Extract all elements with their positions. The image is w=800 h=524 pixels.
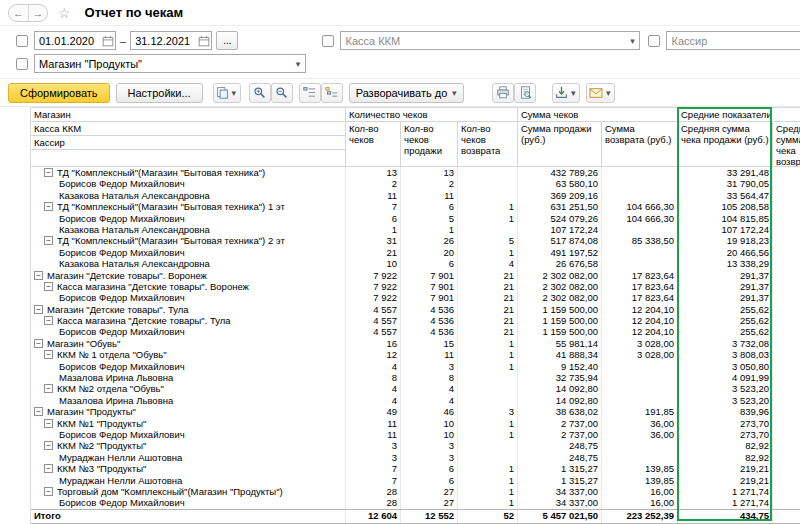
table-row[interactable]: Казакова Наталья Александровна1111369 20… — [31, 190, 800, 201]
table-row[interactable]: Борисов Федор Михайлович7 9227 901212 30… — [31, 292, 800, 303]
table-row[interactable]: −ТД "Комплексный"(Магазин "Бытовая техни… — [31, 201, 800, 212]
cell-value: 2 302 082,00 — [518, 292, 602, 303]
collapse-group-button[interactable]: − — [44, 384, 53, 393]
collapse-group-button[interactable]: − — [34, 271, 43, 280]
period-from-input[interactable]: 01.01.2020 — [34, 31, 116, 50]
cell-value: 26 676,58 — [518, 258, 602, 269]
period-checkbox[interactable] — [16, 35, 28, 47]
collapse-group-button[interactable]: − — [44, 441, 53, 450]
collapse-group-button[interactable]: − — [34, 305, 43, 314]
col-avg-sale[interactable]: Средняя сумма чека продажи (руб.) — [678, 122, 773, 167]
table-row[interactable]: Борисов Федор Михайлович2263 580,1031 79… — [31, 178, 800, 189]
collapse-group-button[interactable]: − — [44, 316, 53, 325]
group-sums[interactable]: Сумма чеков — [518, 108, 678, 122]
table-row[interactable]: Мазалова Ирина Львовна4414 092,803 523,2… — [31, 395, 800, 406]
calendar-icon[interactable] — [100, 35, 115, 47]
col-count-returns[interactable]: Кол-во чеков возврата — [458, 122, 518, 167]
collapse-group-button[interactable]: − — [34, 339, 43, 348]
table-row[interactable]: −ККМ №3 "Продукты"7611 315,27139,85219,2… — [31, 463, 800, 474]
table-row[interactable]: Борисов Федор Михайлович4319 152,403 050… — [31, 361, 800, 372]
calendar-icon[interactable] — [196, 35, 211, 47]
collapse-group-button[interactable]: − — [44, 202, 53, 211]
cell-value — [773, 395, 800, 406]
email-button[interactable]: ▾ — [586, 83, 615, 103]
row-label-cell: Борисов Федор Михайлович — [31, 213, 346, 224]
chevron-down-icon[interactable]: ▾ — [291, 59, 305, 69]
zoom-in-button[interactable] — [249, 83, 271, 103]
col-count[interactable]: Кол-во чеков — [346, 122, 401, 167]
collapse-groups-button[interactable] — [299, 83, 321, 103]
report-variants-button[interactable]: ▾ — [213, 83, 241, 103]
zoom-out-button[interactable] — [271, 83, 293, 103]
generate-button[interactable]: Сформировать — [8, 83, 110, 103]
table-row[interactable]: −Магазин "Продукты"4946338 638,02191,858… — [31, 406, 800, 417]
group-averages[interactable]: Средние показатели — [678, 108, 800, 122]
table-row[interactable]: −Торговый дом "Комплексный"(Магазин "Про… — [31, 486, 800, 497]
kassa-select[interactable]: Касса ККМ ▾ — [340, 31, 640, 50]
table-row[interactable]: −Касса магазина "Детские товары". Вороне… — [31, 281, 800, 292]
export-button[interactable]: ▾ — [552, 83, 580, 103]
group-quantity[interactable]: Количество чеков — [346, 108, 518, 122]
table-row[interactable]: −ККМ №2 "Продукты"33248,7582,92 — [31, 440, 800, 451]
table-row[interactable]: Борисов Федор Михайлович2827134 337,0016… — [31, 497, 800, 508]
table-row[interactable]: Казакова Наталья Александровна106426 676… — [31, 258, 800, 269]
collapse-group-button[interactable]: − — [44, 464, 53, 473]
col-avg-return[interactable]: Средняя сумма чека возврата (руб.) — [773, 122, 800, 167]
row-header-kassir[interactable]: Кассир — [31, 136, 346, 150]
magazin-checkbox[interactable] — [16, 58, 28, 70]
table-row[interactable]: −ККМ №2 отдела "Обувь"4414 092,803 523,2… — [31, 383, 800, 394]
table-row[interactable]: Мураджан Нелли Ашотовна7611 315,27139,85… — [31, 475, 800, 486]
cell-value — [602, 258, 678, 269]
print-button[interactable] — [492, 83, 514, 103]
table-row[interactable]: Борисов Федор Михайлович111012 737,0036,… — [31, 429, 800, 440]
table-row[interactable]: Мураджан Нелли Ашотовна33248,7582,92 — [31, 452, 800, 463]
table-row[interactable]: Казакова Наталья Александровна11107 172,… — [31, 224, 800, 235]
row-label: ККМ №3 "Продукты" — [57, 463, 146, 474]
total-row[interactable]: Итого12 60412 552525 457 021,50223 252,3… — [31, 509, 800, 524]
kassa-checkbox[interactable] — [322, 35, 334, 47]
table-row[interactable]: −Магазин "Детские товары". Воронеж7 9227… — [31, 270, 800, 281]
cell-value: 52 — [458, 510, 518, 523]
expand-groups-button[interactable] — [321, 83, 343, 103]
table-row[interactable]: Борисов Федор Михайлович651524 079,26104… — [31, 213, 800, 224]
settings-button[interactable]: Настройки... — [116, 83, 203, 103]
forward-button[interactable]: → — [28, 5, 47, 21]
collapse-group-button[interactable]: − — [44, 168, 53, 177]
cell-value: 6 — [401, 201, 458, 212]
period-more-button[interactable]: ... — [216, 31, 238, 50]
back-button[interactable]: ← — [9, 5, 28, 21]
table-row[interactable]: −ККМ № 1 отдела "Обувь"1211141 888,343 0… — [31, 349, 800, 360]
row-header-magazin[interactable]: Магазин — [31, 108, 346, 122]
col-count-sales[interactable]: Кол-во чеков продажи — [401, 122, 458, 167]
table-row[interactable]: Борисов Федор Михайлович4 5574 536211 15… — [31, 326, 800, 337]
print-preview-button[interactable] — [514, 83, 536, 103]
expand-to-select[interactable]: Разворачивать до ▾ — [349, 83, 465, 103]
table-row[interactable]: −ТД "Комплексный"(Магазин "Бытовая техни… — [31, 235, 800, 246]
table-row[interactable]: Борисов Федор Михайлович21201491 197,522… — [31, 247, 800, 258]
kassir-checkbox[interactable] — [648, 35, 660, 47]
report-table: Магазин Касса ККМ Кассир Количество чеко… — [30, 107, 800, 524]
table-row[interactable]: −ККМ №1 "Продукты"111012 737,0036,00273,… — [31, 418, 800, 429]
magazin-select[interactable]: Магазин "Продукты" ▾ — [34, 54, 306, 73]
table-row[interactable]: −ТД "Комплексный"(Магазин "Бытовая техни… — [31, 167, 800, 178]
collapse-group-button[interactable]: − — [34, 407, 43, 416]
col-sum-returns[interactable]: Сумма возврата (руб.) — [602, 122, 678, 167]
collapse-group-button[interactable]: − — [44, 419, 53, 428]
chevron-down-icon[interactable]: ▾ — [625, 36, 639, 46]
collapse-group-button[interactable]: − — [44, 487, 53, 496]
cell-value: 10 — [401, 418, 458, 429]
collapse-group-button[interactable]: − — [44, 236, 53, 245]
favorite-star-icon[interactable]: ☆ — [58, 5, 71, 21]
table-row[interactable]: −Магазин "Обувь"1615155 981,143 028,003 … — [31, 338, 800, 349]
cell-value: 13 — [401, 167, 458, 178]
kassir-select[interactable]: Кассир ▾ — [666, 31, 800, 50]
table-row[interactable]: Мазалова Ирина Львовна8832 735,944 091,9… — [31, 372, 800, 383]
row-header-kassa[interactable]: Касса ККМ — [31, 122, 346, 136]
table-row[interactable]: −Магазин "Детские товары". Тула4 5574 53… — [31, 304, 800, 315]
col-sum-sales[interactable]: Сумма продажи (руб.) — [518, 122, 602, 167]
table-row[interactable]: −Касса магазина "Детские товары". Тула4 … — [31, 315, 800, 326]
period-to-input[interactable]: 31.12.2021 — [130, 31, 212, 50]
collapse-group-button[interactable]: − — [44, 350, 53, 359]
collapse-group-button[interactable]: − — [44, 282, 53, 291]
kassa-placeholder: Касса ККМ — [341, 35, 625, 47]
